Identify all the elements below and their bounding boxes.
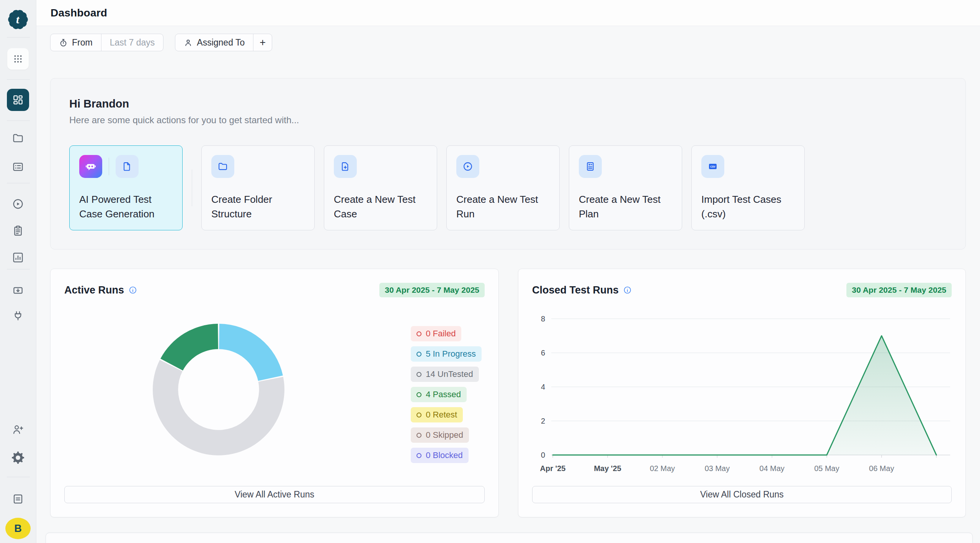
svg-text:8: 8 [541, 315, 545, 323]
sidebar-item-import[interactable] [12, 284, 24, 297]
legend-ring-icon [416, 433, 421, 438]
sidebar: t [0, 0, 36, 543]
info-icon[interactable] [129, 286, 137, 294]
date-range-value-button[interactable]: Last 7 days [101, 34, 163, 51]
from-filter-label: From [72, 38, 93, 48]
quick-action-label: AI Powered Test Case Generation [79, 192, 173, 221]
quick-action-label: Create a New Test Run [456, 192, 550, 221]
sidebar-divider [7, 37, 30, 38]
legend-item-failed[interactable]: 0 Failed [411, 326, 461, 341]
legend-ring-icon [416, 331, 421, 336]
folder-icon [217, 161, 228, 172]
clipboard-icon [12, 225, 24, 237]
folder-icon [12, 132, 24, 144]
sidebar-item-dashboard[interactable] [7, 89, 29, 111]
view-all-active-runs-button[interactable]: View All Active Runs [64, 486, 485, 503]
sidebar-divider [7, 269, 30, 269]
svg-text:6: 6 [541, 349, 545, 357]
legend-ring-icon [416, 413, 421, 417]
legend-label: 0 Blocked [426, 450, 463, 460]
sidebar-item-document[interactable] [12, 493, 24, 505]
closed-runs-date-badge: 30 Apr 2025 - 7 May 2025 [846, 283, 952, 297]
sidebar-item-invite-user[interactable] [12, 423, 24, 435]
legend-label: 0 Failed [426, 329, 456, 339]
sidebar-item-reports[interactable] [12, 251, 24, 264]
legend-item-in-progress[interactable]: 5 In Progress [411, 346, 482, 362]
svg-text:0: 0 [541, 451, 545, 459]
sidebar-item-apps[interactable] [7, 48, 29, 70]
file-icon-tile [116, 155, 139, 178]
date-range-value: Last 7 days [110, 38, 155, 48]
person-icon [184, 38, 193, 47]
filter-bar: From Last 7 days Assigned To + [50, 34, 966, 51]
svg-text:06 May: 06 May [869, 464, 894, 473]
quick-action-create-a-new-test-case[interactable]: Create a New Test Case [324, 145, 437, 230]
donut-slice-in-progress[interactable] [219, 324, 283, 381]
add-filter-button[interactable]: + [253, 34, 272, 51]
gear-icon [12, 452, 24, 464]
quick-action-label: Import Test Cases (.csv) [701, 192, 795, 221]
closed-runs-area-fill [553, 336, 936, 455]
file-plus-icon [340, 161, 351, 172]
quick-action-label: Create a New Test Plan [579, 192, 672, 221]
welcome-card: Hi Brandon Here are some quick actions f… [50, 78, 966, 249]
dashboard-icon [12, 94, 24, 106]
legend-ring-icon [416, 453, 421, 458]
legend-ring-icon [416, 392, 421, 397]
quick-actions-row: AI Powered Test Case GenerationCreate Fo… [69, 145, 947, 230]
donut-slice-passed[interactable] [160, 324, 218, 370]
legend-ring-icon [416, 372, 421, 377]
legend-item-retest[interactable]: 0 Retest [411, 407, 463, 422]
quick-action-ai-powered-test-case-generation[interactable]: AI Powered Test Case Generation [69, 145, 183, 230]
svg-text:4: 4 [541, 383, 545, 391]
app-root: t [0, 0, 980, 543]
sidebar-item-test-plans[interactable] [12, 225, 24, 237]
ai-gradient-tile [79, 155, 102, 178]
info-icon[interactable] [623, 286, 632, 294]
assigned-to-filter-button[interactable]: Assigned To [175, 34, 253, 51]
icon-separator [109, 158, 109, 175]
test-cases-icon [12, 161, 24, 173]
file-plus-icon-tile [334, 155, 357, 178]
sidebar-item-integrations[interactable] [12, 310, 24, 322]
quick-action-create-a-new-test-run[interactable]: Create a New Test Run [446, 145, 560, 230]
active-runs-legend: 0 Failed5 In Progress14 UnTested4 Passed… [411, 326, 482, 463]
user-avatar[interactable]: B [5, 518, 31, 539]
sidebar-item-settings[interactable] [12, 452, 24, 464]
quick-action-import-test-cases-csv[interactable]: CSVImport Test Cases (.csv) [691, 145, 805, 230]
legend-label: 5 In Progress [426, 349, 476, 359]
play-circle-icon-tile [456, 155, 479, 178]
legend-item-untested[interactable]: 14 UnTested [411, 367, 479, 382]
legend-item-blocked[interactable]: 0 Blocked [411, 448, 469, 463]
legend-label: 0 Retest [426, 410, 457, 420]
quick-action-create-folder-structure[interactable]: Create Folder Structure [201, 145, 315, 230]
bar-chart-icon [12, 251, 24, 264]
legend-ring-icon [416, 352, 421, 357]
sidebar-item-test-cases[interactable] [12, 161, 24, 173]
main-area: Dashboard From Last 7 days [36, 0, 980, 543]
closed-runs-area-chart: 02468Apr '25May '2502 May03 May04 May05 … [532, 313, 952, 479]
view-all-closed-runs-button[interactable]: View All Closed Runs [532, 486, 952, 503]
add-filter-label: + [260, 37, 266, 49]
svg-text:02 May: 02 May [650, 464, 675, 473]
closed-runs-card: Closed Test Runs 30 Apr 2025 - 7 May 202… [518, 269, 966, 517]
next-section-card-partial [46, 533, 973, 543]
sidebar-item-folders[interactable] [12, 132, 24, 144]
legend-item-passed[interactable]: 4 Passed [411, 387, 467, 402]
sidebar-divider [7, 79, 30, 80]
app-logo[interactable]: t [7, 8, 29, 31]
sidebar-divider [7, 477, 30, 477]
closed-runs-title: Closed Test Runs [532, 284, 619, 296]
sidebar-item-test-runs[interactable] [12, 198, 24, 210]
csv-icon-tile: CSV [701, 155, 724, 178]
stopwatch-icon [59, 38, 68, 47]
closed-runs-header: Closed Test Runs 30 Apr 2025 - 7 May 202… [532, 283, 952, 297]
active-runs-title: Active Runs [64, 284, 124, 296]
content: From Last 7 days Assigned To + [36, 26, 980, 543]
from-filter-button[interactable]: From [51, 34, 101, 51]
doc-lines-icon [585, 161, 596, 172]
apps-grid-icon [13, 54, 23, 64]
legend-item-skipped[interactable]: 0 Skipped [411, 427, 469, 443]
legend-label: 4 Passed [426, 390, 461, 400]
quick-action-create-a-new-test-plan[interactable]: Create a New Test Plan [569, 145, 682, 230]
